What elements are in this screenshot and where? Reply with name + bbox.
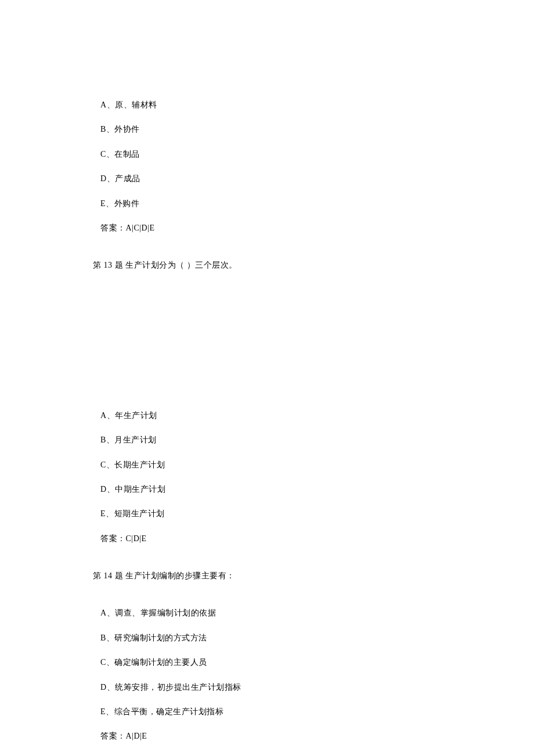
option-d: D、中期生产计划 [100, 483, 534, 496]
option-a: A、原、辅材料 [100, 99, 534, 111]
option-d: D、统筹安排，初步提出生产计划指标 [100, 681, 534, 694]
option-b: B、外协件 [100, 123, 534, 136]
option-b: B、研究编制计划的方式方法 [100, 632, 534, 645]
option-a: A、年生产计划 [100, 409, 534, 422]
answer-text: 答案：A|D|E [100, 730, 534, 743]
option-c: C、长期生产计划 [100, 459, 534, 471]
answer-text: 答案：A|C|D|E [100, 222, 534, 235]
answer-text: 答案：C|D|E [100, 532, 534, 545]
option-b: B、月生产计划 [100, 434, 534, 447]
option-e: E、外购件 [100, 197, 534, 210]
option-e: E、短期生产计划 [100, 507, 534, 520]
question-14: 第 14 题 生产计划编制的步骤主要有： [93, 570, 534, 582]
question-13: 第 13 题 生产计划分为（ ）三个层次。 [93, 259, 534, 272]
option-c: C、确定编制计划的主要人员 [100, 656, 534, 669]
option-e: E、综合平衡，确定生产计划指标 [100, 705, 534, 718]
option-a: A、调查、掌握编制计划的依据 [100, 607, 534, 620]
option-c: C、在制品 [100, 148, 534, 161]
option-d: D、产成品 [100, 172, 534, 185]
